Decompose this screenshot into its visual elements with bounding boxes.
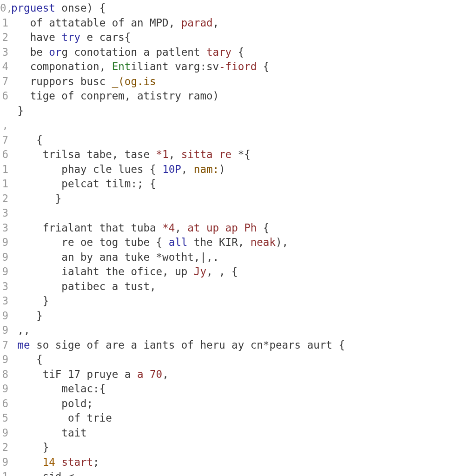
code-token: a 70 [137, 368, 162, 380]
code-token: all [169, 236, 188, 248]
code-line[interactable]: an by ana tuke *wotht,|,. [11, 250, 476, 265]
line-number: 2 [0, 440, 8, 455]
line-number: 3 [0, 45, 8, 60]
line-number: 1 [0, 16, 8, 31]
code-line[interactable]: of attatable of an MPD, parad, [11, 16, 476, 31]
code-token: -fiord [219, 60, 257, 73]
code-line[interactable]: } [11, 309, 476, 324]
code-token: tary [206, 46, 231, 58]
code-line[interactable]: frialant that tuba *4, at up ap Ph { [11, 221, 476, 236]
code-line[interactable]: componation, Entiliant varg:sv-fiord { [11, 60, 476, 74]
code-token: 10P [162, 163, 181, 175]
code-token: have [30, 31, 62, 43]
line-number: 9 [0, 352, 8, 367]
line-number: 5 [0, 411, 8, 426]
line-number: 6 [0, 89, 8, 104]
line-number: 7 [0, 338, 8, 353]
line-number: 1 [0, 162, 8, 177]
code-content[interactable]: prguest onse) { of attatable of an MPD, … [11, 1, 476, 476]
line-number: 9 [0, 382, 8, 397]
code-line[interactable]: of trie [11, 411, 476, 426]
code-token: g conotation a patlent [61, 46, 206, 58]
code-token: ) [219, 163, 225, 175]
code-token: } [30, 310, 43, 322]
code-token [11, 339, 18, 351]
code-line[interactable]: { [11, 352, 476, 367]
code-token: *4 [162, 222, 175, 234]
code-token: iliant varg:sv [131, 60, 219, 73]
code-line[interactable]: trilsa tabe, tase *1, sitta re *{ [11, 147, 476, 162]
code-line[interactable]: tige of conprem, atistry ramo) [11, 89, 476, 104]
code-token: , [175, 222, 187, 234]
code-line[interactable]: } [11, 104, 476, 119]
code-editor[interactable]: 0,123476,761123399933997989659291 prgues… [0, 0, 476, 476]
code-line[interactable]: ruppors busc _(og.is [11, 74, 476, 89]
line-number: 1 [0, 177, 8, 192]
code-token: *1 [156, 148, 169, 160]
line-number: 3 [0, 221, 8, 236]
code-token: re oe tog tube { [49, 236, 168, 248]
line-number [0, 104, 8, 119]
code-token: patibec a tust, [49, 280, 156, 292]
code-token: , , { [206, 265, 238, 278]
code-line[interactable]: have try e cars{ [11, 30, 476, 45]
code-line[interactable]: tait [11, 426, 476, 441]
line-number: 7 [0, 133, 8, 148]
code-token: _(og.is [112, 75, 156, 87]
code-token: frialant that tuba [30, 222, 162, 234]
line-number: 8 [0, 367, 8, 382]
line-number: 6 [0, 397, 8, 411]
code-line[interactable]: } [11, 294, 476, 309]
code-line[interactable]: sid < [11, 469, 476, 476]
code-token: *{ [238, 148, 251, 160]
code-token: sitta re [181, 148, 238, 160]
code-line[interactable]: 14 start; [11, 455, 476, 470]
code-line[interactable] [11, 118, 476, 133]
code-token [30, 456, 43, 468]
code-line[interactable]: } [11, 192, 476, 206]
code-token: prguest [11, 2, 55, 14]
code-token: me [18, 339, 30, 351]
code-token: nam: [194, 163, 219, 175]
code-line[interactable]: phay cle lues { 10P, nam:) [11, 162, 476, 177]
code-line[interactable]: pold; [11, 397, 476, 411]
code-token: componation, [30, 60, 112, 73]
code-token: ), [276, 236, 288, 248]
line-number: , [0, 118, 8, 133]
code-token: at up ap Ph [187, 222, 257, 234]
code-line[interactable]: pelcat tilm:; { [11, 177, 476, 192]
line-number: 6 [0, 147, 8, 162]
code-line[interactable]: } [11, 440, 476, 455]
code-line[interactable]: tiF 17 pruye a a 70, [11, 367, 476, 382]
code-line[interactable]: ialaht the ofice, up Jy, , { [11, 264, 476, 279]
code-token: , [181, 163, 194, 175]
code-token: of attatable of an MPD, [30, 17, 181, 29]
line-number: 0, [0, 1, 8, 16]
code-line[interactable]: be org conotation a patlent tary { [11, 45, 476, 60]
line-number: 4 [0, 60, 8, 74]
code-token: pelcat tilm:; { [49, 178, 156, 190]
code-line[interactable]: patibec a tust, [11, 279, 476, 294]
code-line[interactable]: melac:{ [11, 382, 476, 397]
code-token: , [212, 17, 219, 29]
code-token: tiF 17 pruye a [30, 368, 137, 380]
code-token: 14 [43, 456, 55, 468]
code-line[interactable]: re oe tog tube { all the KIR, neak), [11, 235, 476, 250]
code-token: } [11, 105, 24, 117]
line-number: 9 [0, 250, 8, 265]
code-token: tige of conprem, atistry ramo) [30, 90, 219, 102]
code-token: { [30, 353, 43, 365]
line-number: 3 [0, 294, 8, 309]
code-token: { [30, 134, 43, 146]
code-token: tait [49, 427, 86, 439]
code-line[interactable]: ,, [11, 323, 476, 338]
code-line[interactable]: { [11, 133, 476, 148]
code-token: { [257, 60, 269, 73]
code-line[interactable] [11, 206, 476, 221]
code-line[interactable]: me so sige of are a iants of heru ay cn*… [11, 338, 476, 353]
code-line[interactable]: prguest onse) { [11, 1, 476, 16]
code-token: or [49, 46, 61, 58]
code-token: phay cle lues { [49, 163, 162, 175]
line-number: 9 [0, 426, 8, 441]
code-token: parad [181, 17, 213, 29]
